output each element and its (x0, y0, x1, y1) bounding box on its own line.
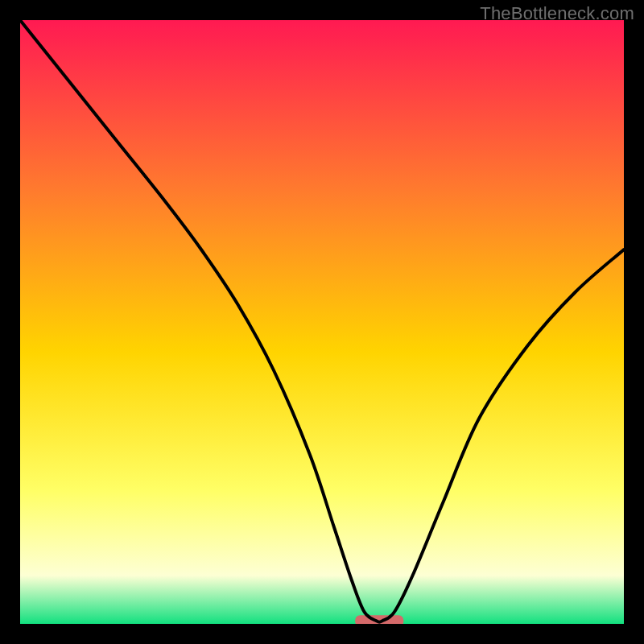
chart-frame: TheBottleneck.com (0, 0, 644, 644)
plot-area (20, 20, 624, 624)
gradient-background (20, 20, 624, 624)
watermark-text: TheBottleneck.com (480, 3, 634, 24)
bottleneck-chart (20, 20, 624, 624)
